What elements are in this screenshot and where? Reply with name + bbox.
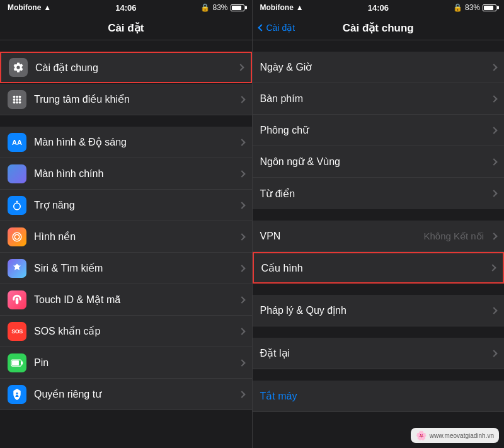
left-lock-icon: 🔒 (200, 3, 210, 12)
svg-point-4 (16, 98, 18, 101)
right-chevron-vpn (490, 233, 497, 239)
right-item-ngon-ngu[interactable]: Ngôn ngữ & Vùng (253, 146, 505, 178)
right-back-label: Cài đặt (266, 23, 295, 33)
left-battery-pct: 83% (212, 3, 227, 12)
left-chevron-siri (238, 265, 245, 272)
right-status-bar: Mobifone ▲ 14:06 🔒 83% (253, 0, 505, 15)
right-label-ngay-gio: Ngày & Giờ (260, 61, 488, 73)
left-nav-header: Cài đặt (0, 15, 252, 40)
right-status-right: 🔒 83% (453, 3, 496, 12)
right-label-cau-hinh: Cấu hình (261, 262, 487, 274)
right-chevron-ngay-gio (490, 64, 497, 71)
left-wifi-icon: ▲ (43, 3, 51, 12)
right-settings-list: Ngày & Giờ Bàn phím Phông chữ Ngôn ngữ &… (253, 40, 505, 448)
left-item-cai-dat-chung[interactable]: Cài đặt chung (0, 52, 252, 83)
left-icon-quyen-rieng-tu (8, 385, 26, 404)
left-item-siri[interactable]: Siri & Tìm kiếm (0, 253, 252, 284)
left-status-right: 🔒 83% (200, 3, 244, 12)
right-label-tat-may: Tắt máy (260, 390, 497, 402)
left-label-trung-tam: Trung tâm điều khiển (34, 93, 236, 105)
right-label-vpn: VPN (260, 231, 424, 242)
left-icon-hinh-nen (8, 227, 26, 246)
right-item-vpn[interactable]: VPN Không Kết nối (253, 221, 505, 252)
right-back-button[interactable]: Cài đặt (259, 23, 295, 33)
right-item-cau-hinh[interactable]: Cấu hình (253, 252, 505, 284)
left-icon-tro-nang (8, 196, 26, 215)
right-label-tu-dien: Từ điển (260, 188, 488, 200)
right-panel: Mobifone ▲ 14:06 🔒 83% Cài đặt Cài đặt c… (252, 0, 505, 448)
left-item-touch-id[interactable]: Touch ID & Mật mã (0, 284, 252, 316)
left-chevron-pin (238, 359, 245, 366)
back-chevron-icon (258, 24, 265, 31)
right-carrier: Mobifone (260, 3, 294, 12)
left-icon-cai-dat-chung (9, 58, 28, 77)
right-item-dat-lai[interactable]: Đặt lại (253, 338, 505, 369)
left-icon-sos: SOS (8, 322, 26, 341)
left-label-siri: Siri & Tìm kiếm (34, 262, 236, 274)
left-item-tro-nang[interactable]: Trợ năng (0, 190, 252, 221)
left-chevron-tro-nang (238, 202, 245, 209)
right-chevron-tu-dien (490, 190, 497, 197)
right-item-tat-may[interactable]: Tắt máy (253, 381, 505, 412)
svg-point-3 (13, 98, 16, 101)
left-chevron-cai-dat-chung (237, 64, 244, 71)
left-chevron-quyen-rieng-tu (238, 391, 245, 398)
right-item-phong-chu[interactable]: Phông chữ (253, 115, 505, 146)
right-chevron-phong-chu (490, 127, 497, 134)
right-label-phap-ly: Pháp lý & Quy định (260, 304, 488, 316)
left-item-sos[interactable]: SOS SOS khẩn cấp (0, 316, 252, 347)
left-panel: Mobifone ▲ 14:06 🔒 83% Cài đặt Cài đặt c… (0, 0, 252, 448)
svg-rect-11 (21, 361, 23, 364)
right-label-phong-chu: Phông chữ (260, 124, 488, 136)
right-chevron-phap-ly (490, 307, 497, 314)
left-item-hinh-nen[interactable]: Hình nền (0, 221, 252, 253)
left-label-man-hinh-do-sang: Màn hình & Độ sáng (34, 136, 236, 148)
right-gap-5 (253, 369, 505, 381)
right-item-ngay-gio[interactable]: Ngày & Giờ (253, 52, 505, 83)
left-chevron-man-hinh-do-sang (238, 139, 245, 146)
right-time: 14:06 (368, 3, 389, 13)
right-label-dat-lai: Đặt lại (260, 347, 488, 359)
right-lock-icon: 🔒 (453, 3, 462, 12)
right-panel-title: Cài đặt chung (263, 21, 495, 35)
svg-point-9 (16, 200, 18, 202)
left-chevron-trung-tam (238, 96, 245, 103)
svg-point-1 (16, 95, 18, 98)
left-label-man-hinh-chinh: Màn hình chính (34, 168, 236, 180)
left-item-quyen-rieng-tu[interactable]: Quyền riêng tư (0, 379, 252, 410)
left-gap-bottom (0, 410, 252, 422)
left-battery-icon (231, 4, 244, 11)
right-chevron-ngon-ngu (490, 158, 497, 165)
left-carrier: Mobifone (8, 3, 41, 12)
right-item-phap-ly[interactable]: Pháp lý & Quy định (253, 295, 505, 326)
left-item-man-hinh-chinh[interactable]: Màn hình chính (0, 158, 252, 190)
left-item-trung-tam[interactable]: Trung tâm điều khiển (0, 84, 252, 115)
left-label-hinh-nen: Hình nền (34, 231, 236, 243)
right-chevron-cau-hinh (489, 264, 496, 271)
right-wifi-icon: ▲ (296, 3, 304, 12)
svg-point-8 (19, 101, 21, 103)
left-label-cai-dat-chung: Cài đặt chung (35, 62, 234, 74)
left-label-pin: Pin (34, 357, 236, 369)
right-label-ngon-ngu: Ngôn ngữ & Vùng (260, 156, 488, 168)
right-item-ban-phim[interactable]: Bàn phím (253, 83, 505, 115)
left-status-bar: Mobifone ▲ 14:06 🔒 83% (0, 0, 252, 15)
left-icon-siri (8, 259, 26, 278)
right-gap-2 (253, 209, 505, 221)
watermark: 🌸 www.meovatgiadinh.vn (411, 428, 499, 443)
left-item-man-hinh-do-sang[interactable]: AA Màn hình & Độ sáng (0, 127, 252, 158)
left-item-pin[interactable]: Pin (0, 347, 252, 379)
left-chevron-hinh-nen (238, 233, 245, 240)
left-icon-man-hinh-chinh (8, 164, 26, 183)
left-chevron-sos (238, 328, 245, 335)
right-gap-bottom (253, 412, 505, 423)
right-nav-header: Cài đặt Cài đặt chung (253, 15, 505, 40)
right-gap-top (253, 40, 505, 52)
right-item-tu-dien[interactable]: Từ điển (253, 178, 505, 209)
left-panel-title: Cài đặt (10, 21, 242, 35)
svg-rect-12 (12, 360, 19, 365)
right-status-left: Mobifone ▲ (260, 3, 304, 12)
svg-point-0 (13, 95, 16, 98)
left-icon-touch-id (8, 290, 26, 309)
svg-point-2 (19, 95, 21, 98)
